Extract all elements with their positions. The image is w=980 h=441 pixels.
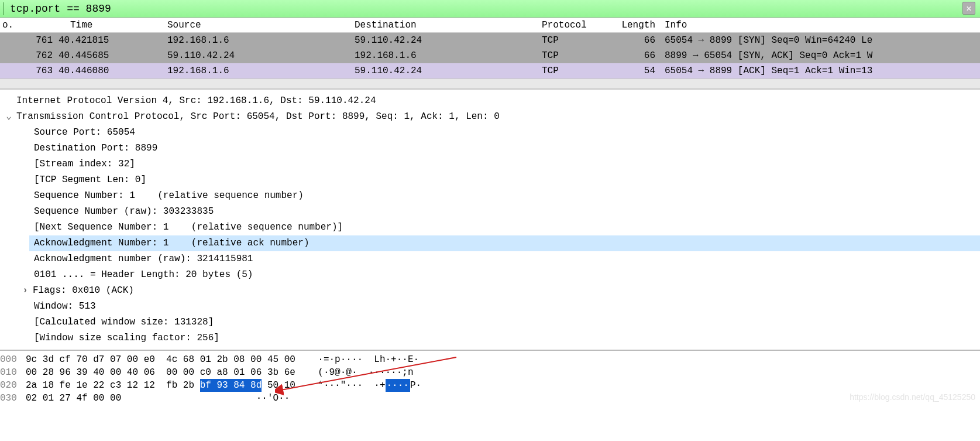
hex-bytes: 00 00 c0 a8 01 06 3b 6e <box>155 366 295 379</box>
packet-details-pane[interactable]: Internet Protocol Version 4, Src: 192.16… <box>0 89 980 351</box>
cell-source: 192.168.1.6 <box>164 35 351 46</box>
cell-destination: 192.168.1.6 <box>351 50 538 61</box>
hex-row[interactable]: 020 2a 18 fe 1e 22 c3 12 12 fb 2b bf 93 … <box>0 379 980 392</box>
detail-field[interactable]: Acknowledgment number (raw): 3214115981 <box>0 251 980 267</box>
hex-ascii: *···"··· ·+ <box>295 379 386 392</box>
cell-protocol: TCP <box>538 35 608 46</box>
detail-ipv4[interactable]: Internet Protocol Version 4, Src: 192.16… <box>0 93 980 109</box>
detail-ack-highlight[interactable]: Acknowledgment Number: 1 (relative ack n… <box>0 235 980 251</box>
packet-row[interactable]: 761 40.421815 192.168.1.6 59.110.42.24 T… <box>0 33 980 48</box>
filter-divider <box>4 2 4 15</box>
cell-length: 66 <box>608 35 661 46</box>
cell-info: 8899 → 65054 [SYN, ACK] Seq=0 Ack=1 W <box>661 50 980 61</box>
cell-length: 54 <box>608 66 661 76</box>
detail-field[interactable]: [TCP Segment Len: 0] <box>0 172 980 188</box>
hex-row[interactable]: 000 9c 3d cf 70 d7 07 00 e0 4c 68 01 2b … <box>0 353 980 366</box>
hex-bytes: 4c 68 01 2b 08 00 45 00 <box>155 353 295 366</box>
detail-field[interactable]: [Next Sequence Number: 1 (relative seque… <box>0 220 980 235</box>
chevron-down-icon[interactable]: ⌄ <box>5 109 13 125</box>
watermark-text: https://blog.csdn.net/qq_45125250 <box>850 391 975 404</box>
hex-ascii: ··'O·· <box>121 392 290 405</box>
hex-bytes: 00 28 96 39 40 00 40 06 <box>26 366 155 379</box>
detail-field[interactable]: Source Port: 65054 <box>0 125 980 141</box>
close-icon[interactable]: ✕ <box>962 2 975 15</box>
hex-ascii: ·=·p···· Lh·+··E· <box>295 353 419 366</box>
hex-bytes: 9c 3d cf 70 d7 07 00 e0 <box>26 353 155 366</box>
detail-tcp-header[interactable]: ⌄Transmission Control Protocol, Src Port… <box>0 109 980 125</box>
hex-bytes-selected: bf 93 84 8d <box>200 379 262 392</box>
hex-row[interactable]: 030 02 01 27 4f 00 00 ··'O·· <box>0 392 980 405</box>
col-header-destination[interactable]: Destination <box>351 20 538 30</box>
cell-no: 762 <box>0 50 59 61</box>
hex-ascii: (·9@·@· ······;n <box>295 366 414 379</box>
cell-time: 40.445685 <box>59 50 164 61</box>
cell-destination: 59.110.42.24 <box>351 66 538 76</box>
detail-field[interactable]: Sequence Number: 1 (relative sequence nu… <box>0 188 980 204</box>
display-filter-text[interactable]: tcp.port == 8899 <box>10 3 111 15</box>
col-header-time[interactable]: Time <box>35 20 164 30</box>
hex-ascii-selected: ···· <box>386 379 410 392</box>
hex-bytes: 2a 18 fe 1e 22 c3 12 12 <box>26 379 155 392</box>
detail-field[interactable]: Destination Port: 8899 <box>0 141 980 156</box>
display-filter-bar[interactable]: tcp.port == 8899 ✕ <box>0 0 980 18</box>
chevron-right-icon[interactable] <box>21 283 29 299</box>
packet-list-header: o. Time Source Destination Protocol Leng… <box>0 18 980 33</box>
cell-info: 65054 → 8899 [ACK] Seq=1 Ack=1 Win=13 <box>661 66 980 76</box>
cell-source: 192.168.1.6 <box>164 66 351 76</box>
col-header-info[interactable]: Info <box>661 20 980 30</box>
cell-no: 763 <box>0 66 59 76</box>
hex-ascii: P· <box>410 379 421 392</box>
hex-offset: 030 <box>0 392 26 405</box>
detail-field[interactable]: [Window size scaling factor: 256] <box>0 330 980 346</box>
detail-field[interactable]: Sequence Number (raw): 303233835 <box>0 204 980 220</box>
detail-field[interactable]: 0101 .... = Header Length: 20 bytes (5) <box>0 267 980 283</box>
packet-list-scrollbar[interactable] <box>0 78 980 89</box>
hex-row[interactable]: 010 00 28 96 39 40 00 40 06 00 00 c0 a8 … <box>0 366 980 379</box>
packet-bytes-pane[interactable]: 000 9c 3d cf 70 d7 07 00 e0 4c 68 01 2b … <box>0 351 980 405</box>
cell-protocol: TCP <box>538 66 608 76</box>
detail-field[interactable]: Window: 513 <box>0 299 980 314</box>
cell-protocol: TCP <box>538 50 608 61</box>
detail-field[interactable]: [Stream index: 32] <box>0 156 980 172</box>
cell-info: 65054 → 8899 [SYN] Seq=0 Win=64240 Le <box>661 35 980 46</box>
cell-destination: 59.110.42.24 <box>351 35 538 46</box>
hex-offset: 020 <box>0 379 26 392</box>
col-header-source[interactable]: Source <box>164 20 351 30</box>
hex-bytes: 50 10 <box>262 379 295 392</box>
hex-offset: 010 <box>0 366 26 379</box>
packet-row[interactable]: 762 40.445685 59.110.42.24 192.168.1.6 T… <box>0 48 980 63</box>
hex-offset: 000 <box>0 353 26 366</box>
cell-source: 59.110.42.24 <box>164 50 351 61</box>
detail-flags[interactable]: Flags: 0x010 (ACK) <box>0 283 980 299</box>
cell-length: 66 <box>608 50 661 61</box>
detail-field[interactable]: [Calculated window size: 131328] <box>0 314 980 330</box>
col-header-length[interactable]: Length <box>608 20 661 30</box>
hex-bytes: 02 01 27 4f 00 00 <box>26 392 121 405</box>
cell-time: 40.421815 <box>59 35 164 46</box>
cell-no: 761 <box>0 35 59 46</box>
packet-row[interactable]: 763 40.446080 192.168.1.6 59.110.42.24 T… <box>0 63 980 78</box>
col-header-no[interactable]: o. <box>0 20 35 30</box>
hex-bytes: fb 2b <box>155 379 200 392</box>
cell-time: 40.446080 <box>59 66 164 76</box>
col-header-protocol[interactable]: Protocol <box>538 20 608 30</box>
